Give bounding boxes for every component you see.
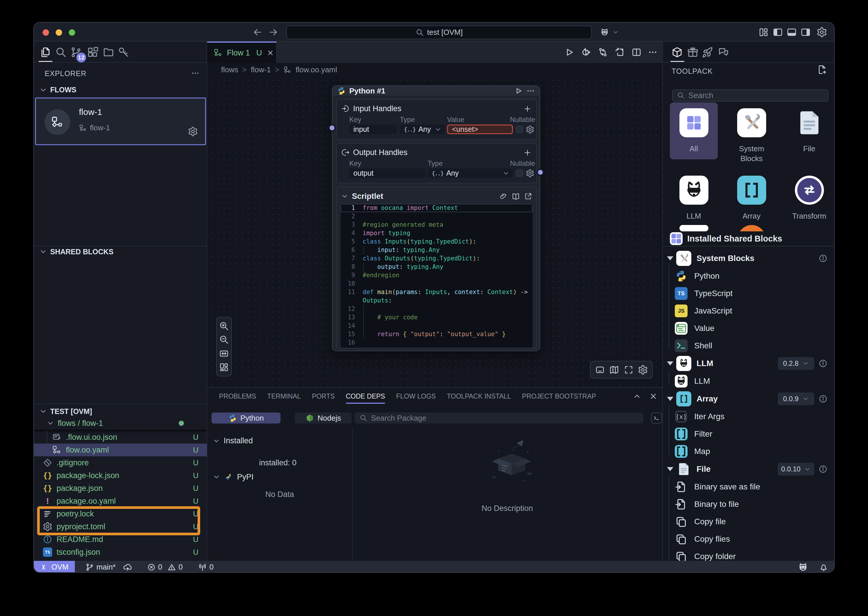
block-item-iter-args[interactable]: [x]Iter Args xyxy=(663,408,835,425)
flows-section-header[interactable]: FLOWS xyxy=(39,86,76,94)
block-item-binary-to-file[interactable]: Binary to file xyxy=(663,495,835,513)
code-editor[interactable]: 1from oocana import Context23#region gen… xyxy=(341,204,533,348)
command-center[interactable]: test [OVM] xyxy=(286,25,592,39)
tree-folder-flows-flow-1[interactable]: flows / flow-1 xyxy=(34,417,207,430)
panel-tab-code-deps[interactable]: CODE DEPS xyxy=(346,388,385,405)
activity-source-control-button[interactable]: 12 xyxy=(70,46,82,58)
toolpack-tab-button[interactable] xyxy=(671,46,683,58)
lang-python-button[interactable]: Python xyxy=(212,413,280,424)
toggle-left-panel-button[interactable] xyxy=(772,27,783,38)
canvas-settings-button[interactable] xyxy=(638,365,648,375)
rerun-button[interactable] xyxy=(581,47,592,58)
block-item-shell[interactable]: Shell xyxy=(663,337,835,354)
tile-llm[interactable]: LLM xyxy=(670,176,718,221)
tree-file-package-lock.json[interactable]: {}package-lock.jsonU xyxy=(34,469,207,482)
package-search-input[interactable]: Search Package xyxy=(355,413,643,424)
installed-section-row[interactable]: Installed xyxy=(213,436,253,445)
split-editor-button[interactable] xyxy=(631,47,642,58)
tree-file-tsconfig.json[interactable]: TStsconfig.jsonU xyxy=(34,546,207,558)
output-settings-button[interactable] xyxy=(526,169,534,178)
node-more-button[interactable] xyxy=(526,86,535,95)
flow-card[interactable]: flow-1 flow-1 xyxy=(35,97,206,145)
sync-flow-button[interactable] xyxy=(597,47,608,58)
toolpack-search-input[interactable]: Search xyxy=(672,90,828,102)
block-item-binary-save-as-file[interactable]: Binary save as file xyxy=(663,478,835,495)
shared-blocks-section-header[interactable]: SHARED BLOCKS xyxy=(39,245,113,258)
layout-customize-button[interactable] xyxy=(758,27,769,38)
version-select[interactable]: 0.0.10 xyxy=(778,463,814,476)
panel-tab-ports[interactable]: PORTS xyxy=(312,388,335,405)
auto-layout-button[interactable] xyxy=(219,362,229,372)
assistant-cat-status-button[interactable] xyxy=(797,561,809,573)
export-button[interactable] xyxy=(614,47,625,58)
notifications-bell-button[interactable] xyxy=(819,563,828,572)
block-group-array[interactable]: Array0.0.9 xyxy=(663,390,835,408)
lang-nodejs-button[interactable]: Nodejs xyxy=(295,413,352,424)
node-input-handle[interactable] xyxy=(328,124,336,132)
panel-maximize-button[interactable] xyxy=(633,392,641,401)
activity-keys-button[interactable] xyxy=(118,46,130,58)
docs-button[interactable] xyxy=(511,192,520,201)
tree-file-pyproject.toml[interactable]: pyproject.tomlU xyxy=(34,520,207,533)
nav-back-button[interactable] xyxy=(252,27,263,38)
tree-file-README.md[interactable]: README.mdU xyxy=(34,533,207,546)
activity-search-button[interactable] xyxy=(55,46,67,58)
tile-file[interactable]: File xyxy=(785,108,833,154)
node-python-1[interactable]: Python #1 Input Handles Key Type Value xyxy=(332,85,540,351)
sync-status[interactable] xyxy=(123,562,133,572)
gift-tab-button[interactable] xyxy=(687,46,699,58)
panel-terminal-button[interactable] xyxy=(651,413,662,424)
panel-tab-problems[interactable]: PROBLEMS xyxy=(219,388,256,405)
nav-forward-button[interactable] xyxy=(268,27,279,38)
tree-file-flow.oo.yaml[interactable]: flow.oo.yamlU xyxy=(34,443,207,456)
panel-tab-project-bootstrap[interactable]: PROJECT BOOTSTRAP xyxy=(522,388,596,405)
add-output-button[interactable] xyxy=(523,148,532,157)
tile-transform[interactable]: Transform xyxy=(785,176,833,221)
block-item-typescript[interactable]: TSTypeScript xyxy=(663,285,835,302)
info-icon[interactable] xyxy=(818,359,828,368)
panel-tab-terminal[interactable]: TERMINAL xyxy=(267,388,301,405)
panel-close-button[interactable] xyxy=(649,392,658,401)
activity-explorer-button[interactable] xyxy=(39,46,51,58)
chat-tab-button[interactable] xyxy=(718,46,730,58)
tree-file-poetry.lock[interactable]: poetry.lockU xyxy=(34,508,207,520)
tile-array[interactable]: Array xyxy=(728,176,776,221)
tile-all[interactable]: All xyxy=(670,102,718,159)
activity-folder-button[interactable] xyxy=(102,46,114,58)
tree-file-package.oo.yaml[interactable]: !package.oo.yamlU xyxy=(34,495,207,508)
close-window-button[interactable] xyxy=(43,29,49,36)
block-item-copy-flies[interactable]: Copy flies xyxy=(663,530,835,548)
info-icon[interactable] xyxy=(818,394,828,404)
version-select[interactable]: 0.0.9 xyxy=(778,393,814,405)
pypi-section-row[interactable]: PyPI xyxy=(213,472,254,482)
node-header[interactable]: Python #1 xyxy=(332,86,540,96)
node-run-button[interactable] xyxy=(514,86,523,95)
tile-system-blocks[interactable]: System Blocks xyxy=(728,108,776,163)
project-section-header[interactable]: TEST [OVM] xyxy=(39,405,92,417)
panel-tab-flow-logs[interactable]: FLOW LOGS xyxy=(396,388,436,405)
tab-close-button[interactable] xyxy=(266,49,274,57)
block-item-python[interactable]: Python xyxy=(663,267,835,285)
problems-status[interactable]: 0 0 xyxy=(147,563,183,572)
block-item-llm[interactable]: LLM xyxy=(663,372,835,390)
explorer-more-button[interactable] xyxy=(190,69,201,77)
breadcrumb-item[interactable]: flow.oo.yaml xyxy=(296,65,337,74)
version-select[interactable]: 0.2.8 xyxy=(778,357,814,370)
block-item-javascript[interactable]: JSJavaScript xyxy=(663,302,835,320)
output-nullable-checkbox[interactable] xyxy=(516,170,523,177)
zoom-in-button[interactable] xyxy=(219,321,229,331)
input-settings-button[interactable] xyxy=(526,125,534,134)
tree-file-package.json[interactable]: {}package.jsonU xyxy=(34,482,207,495)
toggle-bottom-panel-button[interactable] xyxy=(786,27,797,38)
git-branch-status[interactable]: main* xyxy=(85,563,116,572)
fullscreen-button[interactable] xyxy=(624,365,634,375)
block-group-system-blocks[interactable]: System Blocks xyxy=(663,250,835,267)
add-input-button[interactable] xyxy=(523,105,532,113)
info-icon[interactable] xyxy=(818,254,828,263)
output-key-field[interactable]: output xyxy=(349,168,426,178)
breadcrumb[interactable]: flows>flow-1>flow.oo.yaml xyxy=(207,63,662,77)
block-item-copy-file[interactable]: Copy file xyxy=(663,513,835,530)
input-value-field[interactable]: <unset> xyxy=(447,124,513,134)
toggle-panel-button[interactable] xyxy=(595,365,605,375)
input-nullable-checkbox[interactable] xyxy=(516,126,523,133)
